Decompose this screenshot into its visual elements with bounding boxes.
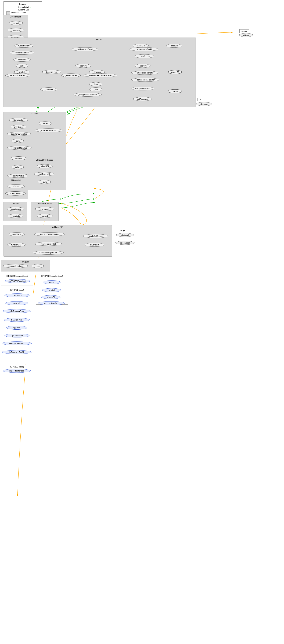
node-checkonreceived[interactable]: _checkOnERC721Received <box>83 74 117 77</box>
main-container: Legend Internal Call → External Call → D… <box>0 0 284 644</box>
legend-external-label: External Call <box>18 9 29 11</box>
node-transferfrom-ierc721[interactable]: transferFrom <box>4 318 30 322</box>
node-constructor-cflow[interactable]: <Constructor> <box>9 118 28 122</box>
node-approve-internal-erc721[interactable]: _approve <box>135 64 150 68</box>
node-isapprovedforall-ierc721[interactable]: isApprovedForAll <box>2 350 32 354</box>
node-tostring-tokenid[interactable]: toString <box>239 33 253 37</box>
node-current-counter[interactable]: current <box>37 214 53 218</box>
counters-counter-box: Counters.Counter increment current <box>31 202 59 221</box>
erc165-box: ERC165 supportsInterface type <box>1 260 50 272</box>
node-tohexstring-strings[interactable]: toHexString <box>6 191 26 196</box>
node-transferfrom-erc721[interactable]: transferFrom <box>42 70 61 74</box>
node-mintnew-cflow[interactable]: mintNew <box>11 156 26 160</box>
legend-title: Legend <box>7 3 39 5</box>
node-supportsinterface-erc165[interactable]: supportsInterface <box>3 264 28 268</box>
node-increment-counter[interactable]: increment <box>35 207 54 211</box>
node-burn-uristorage[interactable]: _burn <box>38 180 51 184</box>
node-transfer-internal-erc721[interactable]: _transfer <box>89 70 105 74</box>
node-supportsinterface-erc721[interactable]: supportsInterface <box>10 51 34 55</box>
node-supportsinterface-ierc165[interactable]: supportsInterface <box>3 369 31 373</box>
counters-lib-label: Counters (lib) <box>10 16 22 18</box>
ierc165-box: IERC165 (iface) supportsInterface <box>1 365 33 376</box>
node-setapprovalforall-ierc721[interactable]: setApprovalForAll <box>2 342 32 345</box>
strings-lib-label: Strings (lib) <box>11 179 21 181</box>
node-msgdata-context[interactable]: _msgData <box>8 214 23 218</box>
node-safetransferfrom-erc721[interactable]: safeTransferFrom <box>6 74 30 77</box>
node-constructor-erc721[interactable]: <Constructor> <box>14 44 33 48</box>
node-balanceof-ierc721[interactable]: balanceOf <box>5 294 30 297</box>
counters-counter-label: Counters.Counter <box>37 202 52 204</box>
node-tostring-strings[interactable]: toString <box>7 184 25 188</box>
node-increment[interactable]: increment <box>8 28 24 32</box>
node-tokenuri-erc721[interactable]: tokenURI <box>133 44 149 48</box>
node-balanceof-erc721[interactable]: balanceOf <box>13 58 31 62</box>
node-onlyowner-cflow[interactable]: onlyOwner <box>11 125 26 129</box>
node-exists-internal-erc721[interactable]: _exists <box>168 89 182 94</box>
legend-defined-label: Defined Contract <box>11 12 26 14</box>
external-call-line <box>7 10 17 10</box>
external-arrow-icon: → <box>30 9 32 11</box>
target-text: target <box>120 230 125 232</box>
context-box: Context _msgSender _msgData <box>4 202 27 221</box>
node-settokenuri-uristorage[interactable]: _setTokenURI <box>34 172 54 176</box>
node-burn-internal-erc721[interactable]: _burn <box>89 82 102 86</box>
context-label: Context <box>12 202 19 204</box>
node-iscontract-address[interactable]: isContract <box>85 243 104 247</box>
node-setapprovalforall-erc721[interactable]: setApprovalForAll <box>72 47 98 51</box>
node-functiondelegatecall-address[interactable]: functionDelegateCall <box>33 251 64 254</box>
node-supportsinterface-ierc721metadata[interactable]: supportsInterface <box>38 301 65 305</box>
node-tokenuri-uristorage[interactable]: tokenURI <box>37 164 53 168</box>
node-mint-internal-erc721[interactable]: _mint <box>89 88 102 91</box>
node-sendvalue-address[interactable]: sendValue <box>9 232 25 236</box>
node-functioncallwithvalue-address[interactable]: functionCallWithValue <box>34 232 65 236</box>
node-name-erc721[interactable]: name <box>16 64 28 68</box>
node-safetransferfrom-ierc721[interactable]: safeTransferFrom <box>3 309 31 313</box>
node-tokenuri-ierc721metadata[interactable]: tokenURI <box>41 295 61 299</box>
node-name-ierc721metadata[interactable]: name <box>43 280 61 284</box>
node-aftertokentransfer[interactable]: _afterTokenTransfer <box>131 71 158 75</box>
node-safetransfer-internal[interactable]: _safeTransfer <box>61 74 81 77</box>
erc721-label: ERC721 <box>96 38 103 40</box>
ierc721metadata-box: IERC721Metadata (iface) name symbol toke… <box>36 274 68 305</box>
node-approve-ierc721[interactable]: approve <box>6 326 27 330</box>
node-getapproved-erc721[interactable]: getApproved <box>133 97 152 101</box>
node-iscontract-to[interactable]: isContract <box>196 102 212 106</box>
node-transferownership-cflow[interactable]: transferOwnership <box>7 132 31 136</box>
node-setmintactive-cflow[interactable]: setMintActive <box>7 174 30 178</box>
node-isapprovedorowner[interactable]: _isApprovedOrOwner <box>74 93 102 96</box>
node-baseuri-erc721[interactable]: _baseURI <box>166 44 182 48</box>
node-burn-cflow[interactable]: burn <box>12 139 24 143</box>
node-onerc721received[interactable]: onERC721Received <box>5 279 30 283</box>
node-getapproved-ierc721[interactable]: getApproved <box>5 334 30 338</box>
node-transferownership-internal-cflow[interactable]: _transferOwnership <box>35 128 62 132</box>
node-ownerof-erc721[interactable]: ownerOf <box>168 70 182 74</box>
legend-internal-call: Internal Call → <box>7 6 39 8</box>
ierc165-label: IERC165 (iface) <box>10 366 24 368</box>
node-staticcall[interactable]: staticcall <box>116 233 134 237</box>
node-setapprovalforall-internal[interactable]: _setApprovalForAll <box>130 47 158 51</box>
node-beforetokentransfer[interactable]: _beforeTokenTransfer <box>131 78 159 82</box>
legend-defined-contract: Defined Contract <box>7 11 39 14</box>
node-msgsender-context[interactable]: _msgSender <box>7 207 24 211</box>
legend-external-call: External Call → <box>7 9 39 11</box>
node-verifycallresult-address[interactable]: verifyCallResult <box>83 234 109 238</box>
node-safemint-internal[interactable]: _safeMint <box>40 88 57 91</box>
node-owner-cflow[interactable]: owner <box>39 122 52 125</box>
node-exists-cflow[interactable]: exists <box>12 165 24 169</box>
node-functionstaticcall-address[interactable]: functionStaticCall <box>35 242 62 246</box>
node-type-erc165[interactable]: type <box>32 264 44 268</box>
node-isapprovedforall-erc721[interactable]: isApprovedForAll <box>131 86 154 90</box>
node-approve-erc721[interactable]: approve <box>75 64 91 68</box>
node-symbol-erc721[interactable]: symbol <box>14 70 30 74</box>
node-target-label: target <box>119 229 127 232</box>
address-lib-label: Address (lib) <box>52 226 63 228</box>
node-msgsender-erc721[interactable]: _msgSender <box>135 54 154 58</box>
node-settokenmetadata-cflow[interactable]: setTokenMetadata <box>7 146 32 150</box>
node-current[interactable]: current <box>9 21 23 25</box>
defined-contract-rect <box>7 11 10 14</box>
node-ownerof-ierc721[interactable]: ownerOf <box>6 301 28 305</box>
node-functioncall-address[interactable]: functionCall <box>7 243 26 247</box>
node-delegatecall[interactable]: delegatecall <box>115 241 135 245</box>
node-symbol-ierc721metadata[interactable]: symbol <box>42 288 61 292</box>
ierc721metadata-label: IERC721Metadata (iface) <box>41 275 63 277</box>
